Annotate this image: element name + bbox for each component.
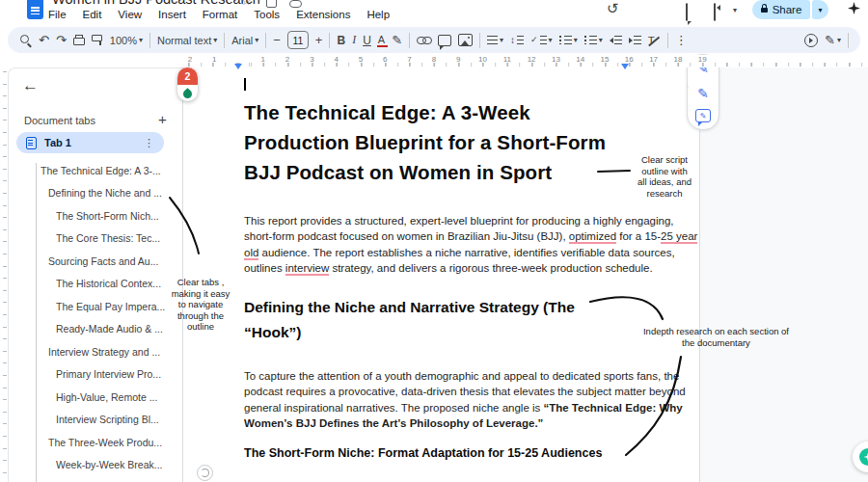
document-heading-1[interactable]: The Technical Edge: A 3-Week Production …: [244, 97, 668, 187]
undo-button[interactable]: ↶: [39, 34, 49, 46]
print-button[interactable]: [73, 35, 85, 45]
redo-button[interactable]: ↷: [56, 34, 67, 46]
insert-image-button[interactable]: [458, 34, 473, 46]
line-spacing-button[interactable]: ↕: [510, 34, 524, 46]
editing-mode-button[interactable]: ✎▾: [825, 34, 841, 46]
ruler-number: 2: [188, 55, 192, 64]
menu-item-edit[interactable]: Edit: [83, 9, 102, 20]
docs-logo-icon[interactable]: [27, 0, 43, 19]
back-icon[interactable]: ←: [22, 76, 39, 95]
search-menus-icon[interactable]: [19, 34, 32, 46]
ruler-number: 10: [478, 55, 487, 64]
lock-icon: [761, 8, 768, 13]
share-dropdown-button[interactable]: ▾: [812, 0, 828, 19]
bulleted-list-button[interactable]: ▾: [559, 36, 578, 44]
italic-button[interactable]: I: [352, 33, 356, 47]
add-tab-button[interactable]: +: [158, 111, 167, 127]
menu-item-tools[interactable]: Tools: [254, 9, 280, 20]
align-button[interactable]: ▾: [487, 36, 503, 44]
grammarly-alert-badge: 2: [177, 67, 198, 85]
outline-item[interactable]: The Core Thesis: Tec...: [9, 228, 182, 251]
increase-indent-button[interactable]: [629, 36, 641, 44]
document-paragraph-2[interactable]: To capture the attention of a youth demo…: [244, 368, 711, 432]
chevron-down-icon: ▾: [213, 36, 217, 44]
more-options-button[interactable]: ⋮: [675, 34, 688, 46]
paint-format-button[interactable]: [92, 35, 103, 46]
highlight-color-icon[interactable]: ✎: [392, 34, 402, 46]
tab-options-icon[interactable]: ⋮: [144, 137, 154, 149]
toolbar-divider: [848, 33, 849, 48]
font-size-field[interactable]: 11: [287, 31, 309, 49]
increase-font-size-button[interactable]: +: [315, 34, 323, 46]
underline-button[interactable]: U: [363, 34, 371, 47]
ruler-number: 3: [310, 55, 313, 64]
menu-item-extensions[interactable]: Extensions: [296, 9, 350, 20]
outline-item[interactable]: Week-by-Week Break...: [9, 454, 182, 477]
decrease-font-size-button[interactable]: −: [273, 34, 281, 46]
outline-item[interactable]: The Equal Pay Impera...: [9, 295, 182, 318]
ruler-number: 19: [698, 55, 707, 64]
outline-item[interactable]: Ready-Made Audio & ...: [9, 318, 182, 341]
activity-dashboard-icon[interactable]: [804, 34, 818, 47]
outline-item[interactable]: Interview Strategy and ...: [9, 340, 182, 363]
font-select[interactable]: Arial▾: [231, 35, 258, 46]
document-heading-3[interactable]: The Short-Form Niche: Format Adaptation …: [244, 446, 602, 460]
document-heading-2[interactable]: Defining the Niche and Narrative Strateg…: [244, 295, 575, 345]
outline-item[interactable]: Sourcing Facts and Au...: [9, 250, 182, 273]
video-call-dropdown-icon[interactable]: ▾: [733, 6, 737, 14]
indent-marker-left[interactable]: [234, 64, 242, 69]
chevron-down-icon: ▾: [837, 36, 841, 44]
numbered-list-button[interactable]: ▾: [584, 36, 603, 44]
paragraph-style-select[interactable]: Normal text▾: [157, 35, 217, 46]
annotation-mid-right-note: Indepth research on each section of the …: [637, 326, 796, 348]
outline-item[interactable]: Interview Scripting Bl...: [9, 409, 182, 432]
add-comment-button[interactable]: [438, 35, 451, 46]
version-history-icon[interactable]: ↺: [607, 1, 619, 15]
menu-item-view[interactable]: View: [118, 9, 142, 20]
ruler-number: 15: [601, 55, 610, 64]
outline-item[interactable]: The Historical Contex...: [9, 273, 182, 296]
document-paragraph-1[interactable]: This report provides a structured, exper…: [244, 213, 711, 277]
sidebar-title: Document tabs: [24, 115, 95, 126]
star-document-icon[interactable]: ☆: [241, 0, 252, 8]
tab-label: Tab 1: [44, 137, 136, 148]
cloud-status-icon: [289, 0, 302, 8]
video-call-icon[interactable]: [714, 3, 716, 21]
tab-item-tab1[interactable]: Tab 1 ⋮: [16, 132, 164, 153]
outline-item[interactable]: High-Value, Remote ...: [9, 386, 182, 409]
clear-formatting-button[interactable]: T: [648, 35, 661, 46]
document-outline: The Technical Edge: A 3-...Defining the …: [9, 159, 182, 476]
move-folder-icon[interactable]: [266, 0, 277, 8]
menu-item-format[interactable]: Format: [203, 9, 237, 20]
insert-link-button[interactable]: [417, 37, 431, 44]
outline-item[interactable]: Primary Interview Pro...: [9, 363, 182, 387]
share-button[interactable]: Share: [752, 0, 810, 19]
horizontal-ruler[interactable]: 2112345678910111213141516171819: [183, 55, 868, 67]
menu-item-help[interactable]: Help: [366, 9, 390, 20]
chevron-down-icon: ▾: [574, 36, 578, 44]
zoom-select[interactable]: 100%▾: [110, 35, 143, 46]
grammarly-widget[interactable]: 2: [177, 67, 198, 101]
menu-item-insert[interactable]: Insert: [158, 9, 186, 20]
ruler-number: 9: [456, 55, 460, 64]
help-me-write-icon[interactable]: ✎: [688, 86, 719, 101]
outline-item[interactable]: The Short-Form Nich...: [9, 204, 182, 228]
bold-button[interactable]: B: [337, 34, 345, 47]
outline-item[interactable]: The Three-Week Produ...: [9, 431, 182, 454]
comments-icon[interactable]: [686, 3, 688, 21]
outline-item[interactable]: The Technical Edge: A 3-...: [9, 159, 182, 182]
toolbar-divider: [667, 33, 668, 48]
suggest-edits-icon[interactable]: ✎: [688, 109, 719, 122]
status-spinner-icon[interactable]: [197, 465, 213, 481]
menu-item-file[interactable]: File: [48, 9, 67, 20]
gemini-star-icon[interactable]: [848, 2, 860, 14]
toolbar-divider: [479, 33, 480, 48]
outline-item[interactable]: Defining the Niche and ...: [9, 182, 182, 205]
decrease-indent-button[interactable]: [610, 36, 622, 44]
indent-marker-right[interactable]: [621, 64, 629, 69]
ruler-number: 4: [334, 55, 338, 64]
document-title[interactable]: Women in BJJ Podcast Research: [52, 0, 260, 7]
top-bar: Women in BJJ Podcast Research ☆ FileEdit…: [0, 0, 868, 25]
checklist-button[interactable]: ✓▾: [530, 34, 553, 46]
text-color-button[interactable]: A: [378, 34, 385, 47]
